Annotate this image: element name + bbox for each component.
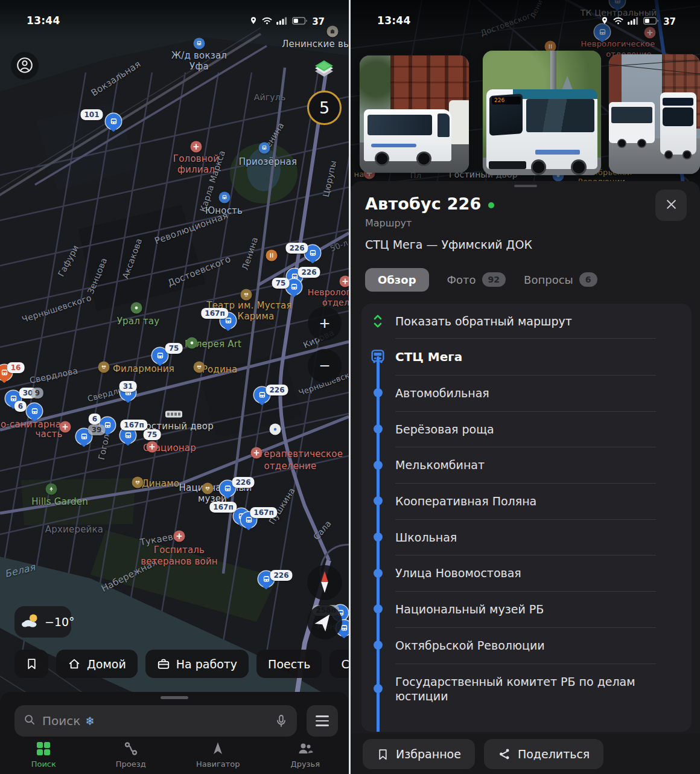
med-poi-icon[interactable] — [60, 421, 71, 433]
search-bar[interactable]: Поиск ❄ — [14, 705, 297, 737]
bus-photo[interactable]: 226 — [483, 51, 601, 175]
tan-poi-icon[interactable] — [194, 362, 205, 373]
tan-poi-icon[interactable] — [98, 362, 110, 373]
nav-tab-проезд[interactable]: Проезд — [88, 735, 175, 774]
drag-handle[interactable] — [161, 696, 188, 699]
tan-poi-icon[interactable] — [202, 483, 214, 494]
shortcut-на-работу[interactable]: На работу — [145, 650, 249, 678]
route-stop[interactable]: Улица Новомостовая — [361, 555, 692, 591]
my-location-button[interactable] — [307, 604, 342, 639]
route-stop[interactable]: Государственный комитет РБ по делам юсти… — [361, 664, 692, 714]
map-label: Динамо — [142, 478, 179, 489]
route-number-badge[interactable]: 226 — [270, 570, 292, 581]
nav-tab-поиск[interactable]: Поиск — [0, 735, 88, 774]
tree-poi-icon[interactable] — [46, 484, 57, 495]
route-number-badge[interactable]: 9 — [31, 388, 43, 398]
share-button[interactable]: Поделиться — [484, 739, 603, 769]
favorites-button[interactable]: Избранное — [363, 739, 475, 769]
tan-poi-icon[interactable] — [241, 289, 252, 301]
nav-tab-друзья[interactable]: Друзья — [262, 735, 349, 774]
shortcut-домой[interactable]: Домой — [56, 650, 138, 678]
stop-name: Автомобильная — [395, 375, 656, 411]
map-label: Неврологи — [308, 287, 349, 297]
med-poi-icon[interactable] — [340, 276, 349, 287]
route-number-badge[interactable]: 226 — [298, 267, 320, 278]
bus-stop-marker[interactable] — [27, 403, 42, 419]
route-endpoints: СТЦ Мега — Уфимский ДОК — [365, 238, 686, 251]
route-stop[interactable]: Автомобильная — [361, 375, 692, 411]
route-stop-terminal[interactable]: СТЦ Мега — [361, 338, 692, 375]
stop-dot-icon — [374, 496, 383, 505]
tan-poi-icon[interactable] — [132, 477, 144, 488]
route-stop[interactable]: Кооперативная Поляна — [361, 483, 692, 519]
route-stop[interactable]: Мелькомбинат — [361, 447, 692, 483]
route-number-badge[interactable]: 16 — [7, 362, 25, 373]
menu-button[interactable] — [307, 705, 338, 737]
compass-icon — [307, 565, 342, 601]
bookmarks-shortcut-button[interactable] — [14, 650, 48, 678]
route-stop[interactable]: Национальный музей РБ — [361, 591, 692, 627]
route-number-badge[interactable]: 226 — [266, 385, 288, 395]
map-label: Уфа — [189, 61, 209, 72]
route-number-badge[interactable]: 167п — [209, 502, 237, 513]
tab-фото[interactable]: Фото92 — [447, 272, 506, 287]
nav-label: Навигатор — [196, 760, 240, 769]
route-stop[interactable]: Школьная — [361, 519, 692, 555]
stop-poi-icon[interactable] — [194, 38, 205, 50]
wifi-icon — [613, 16, 623, 27]
route-number-badge[interactable]: 167п — [120, 420, 147, 430]
home-icon — [68, 657, 81, 671]
route-number-badge[interactable]: 167п — [201, 308, 228, 319]
tab-обзор[interactable]: Обзор — [365, 268, 429, 292]
route-stop[interactable]: Октябрьской Революции — [361, 627, 692, 664]
route-number-badge[interactable]: 39 — [88, 424, 106, 435]
compass-button[interactable] — [307, 565, 342, 600]
route-number-badge[interactable]: 6 — [89, 414, 101, 424]
shortcut-скидки[interactable]: Скидки — [329, 650, 349, 678]
friends-icon — [298, 741, 313, 756]
stop-name: Улица Новомостовая — [395, 555, 656, 591]
med-poi-icon[interactable] — [251, 447, 262, 459]
route-number-badge[interactable]: 226 — [232, 477, 254, 488]
route-number-badge[interactable]: 75 — [144, 429, 161, 440]
route-number-badge[interactable]: 75 — [165, 343, 183, 354]
map-screen: Ж/д вокзалУфаЛенинские выВокзальнаяАйгул… — [0, 0, 349, 774]
notifications-counter[interactable]: 5 — [307, 91, 342, 125]
route-stop[interactable]: Берёзовая роща — [361, 411, 692, 447]
shortcut-поесть[interactable]: Поесть — [256, 650, 322, 678]
route-number-badge[interactable]: 101 — [80, 109, 103, 120]
swap-direction-icon — [372, 313, 384, 329]
route-number-badge[interactable]: 75 — [272, 278, 290, 289]
zoom-out-button[interactable]: − — [308, 349, 342, 383]
profile-button[interactable] — [11, 52, 39, 80]
nav-tab-навигатор[interactable]: Навигатор — [174, 735, 262, 774]
med-poi-icon[interactable] — [174, 531, 185, 542]
med-poi-icon[interactable] — [191, 141, 202, 153]
bus-photo[interactable] — [360, 56, 469, 173]
clock: 13:44 — [27, 14, 60, 27]
weather-widget[interactable]: −10° — [14, 606, 71, 638]
close-button[interactable] — [655, 190, 687, 221]
map-layers-button[interactable] — [309, 50, 339, 80]
stop-poi-icon[interactable] — [219, 192, 231, 203]
green-poi-icon[interactable] — [186, 337, 198, 349]
white-poi-icon[interactable] — [270, 424, 281, 435]
bus-photo[interactable] — [609, 54, 700, 174]
route-number-badge[interactable]: 167п — [250, 507, 277, 518]
search-placeholder: Поиск ❄ — [42, 714, 268, 728]
med-poi-icon[interactable] — [147, 441, 158, 453]
food-poi-icon[interactable] — [266, 250, 278, 261]
bus-stop-marker[interactable] — [106, 114, 121, 129]
zoom-in-button[interactable]: + — [308, 307, 342, 341]
shortcut-label: На работу — [176, 657, 237, 671]
stop-poi-icon[interactable] — [259, 142, 270, 154]
tab-вопросы[interactable]: Вопросы6 — [524, 272, 597, 287]
bus-icon — [369, 348, 386, 365]
nav-label: Поиск — [31, 760, 56, 769]
route-number-badge[interactable]: 6 — [14, 401, 27, 412]
route-number-badge[interactable]: 31 — [119, 381, 137, 392]
voice-search-button[interactable] — [274, 714, 288, 728]
route-number-badge[interactable]: 226 — [285, 243, 308, 254]
green-poi-icon[interactable] — [131, 302, 142, 314]
reverse-route-button[interactable]: Показать обратный маршрут — [361, 304, 692, 338]
